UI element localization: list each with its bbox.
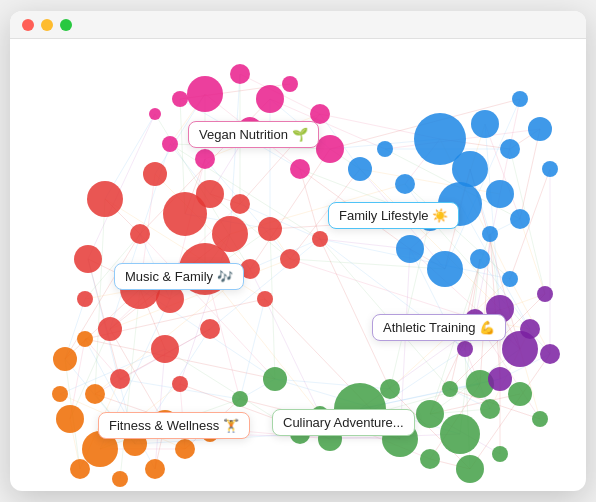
svg-point-232 (316, 135, 344, 163)
svg-point-235 (471, 110, 499, 138)
svg-point-200 (87, 181, 123, 217)
svg-point-249 (395, 174, 415, 194)
svg-point-206 (240, 259, 260, 279)
svg-point-268 (420, 449, 440, 469)
svg-point-230 (162, 136, 178, 152)
svg-point-240 (418, 207, 442, 231)
svg-line-92 (205, 114, 320, 159)
svg-point-217 (230, 194, 250, 214)
svg-point-219 (110, 369, 130, 389)
svg-point-277 (202, 426, 218, 442)
svg-point-224 (256, 85, 284, 113)
svg-point-251 (528, 117, 552, 141)
svg-point-270 (492, 446, 508, 462)
svg-point-254 (382, 421, 418, 457)
svg-line-130 (520, 219, 545, 294)
svg-point-261 (532, 411, 548, 427)
svg-point-256 (440, 414, 480, 454)
svg-point-284 (486, 295, 514, 323)
svg-point-204 (196, 180, 224, 208)
svg-point-222 (187, 76, 223, 112)
svg-line-31 (205, 269, 320, 414)
svg-point-220 (172, 376, 188, 392)
svg-point-287 (488, 367, 512, 391)
svg-point-260 (508, 382, 532, 406)
svg-point-241 (482, 226, 498, 242)
svg-point-253 (334, 383, 386, 435)
svg-point-275 (151, 410, 179, 438)
svg-point-259 (442, 381, 458, 397)
svg-point-274 (123, 432, 147, 456)
svg-point-207 (179, 243, 231, 295)
svg-point-262 (380, 379, 400, 399)
svg-point-243 (396, 235, 424, 263)
svg-point-238 (486, 180, 514, 208)
svg-point-242 (510, 209, 530, 229)
svg-point-282 (53, 347, 77, 371)
svg-point-228 (172, 91, 188, 107)
svg-point-280 (70, 459, 90, 479)
svg-point-247 (348, 157, 372, 181)
svg-point-269 (456, 455, 484, 483)
svg-point-263 (318, 427, 342, 451)
svg-point-226 (310, 104, 330, 124)
svg-line-158 (430, 319, 475, 414)
svg-point-273 (82, 431, 118, 467)
svg-point-218 (74, 245, 102, 273)
svg-line-55 (265, 299, 320, 414)
network-canvas: Vegan Nutrition 🌱Family Lifestyle ☀️Musi… (10, 39, 586, 491)
svg-point-271 (85, 384, 105, 404)
svg-point-225 (282, 76, 298, 92)
svg-point-257 (480, 399, 500, 419)
svg-point-210 (98, 317, 122, 341)
svg-point-281 (52, 386, 68, 402)
svg-point-212 (200, 319, 220, 339)
svg-point-229 (149, 108, 161, 120)
svg-point-221 (77, 291, 93, 307)
svg-point-213 (257, 291, 273, 307)
svg-point-286 (502, 331, 538, 367)
svg-point-283 (77, 331, 93, 347)
svg-point-279 (112, 471, 128, 487)
svg-point-203 (130, 224, 150, 244)
svg-point-215 (258, 217, 282, 241)
svg-line-107 (485, 124, 500, 309)
svg-point-237 (452, 151, 488, 187)
svg-point-246 (502, 271, 518, 287)
svg-point-250 (512, 91, 528, 107)
svg-point-290 (537, 286, 553, 302)
svg-line-132 (400, 249, 410, 439)
svg-point-278 (145, 459, 165, 479)
svg-point-264 (312, 406, 328, 422)
svg-point-231 (195, 149, 215, 169)
svg-line-96 (170, 144, 330, 149)
svg-point-255 (416, 400, 444, 428)
svg-point-288 (457, 341, 473, 357)
svg-point-252 (542, 161, 558, 177)
svg-point-223 (230, 64, 250, 84)
svg-point-244 (427, 251, 463, 287)
network-svg (10, 39, 586, 491)
svg-point-201 (143, 162, 167, 186)
svg-point-267 (232, 391, 248, 407)
svg-point-291 (540, 344, 560, 364)
svg-line-56 (240, 299, 265, 399)
svg-point-236 (500, 139, 520, 159)
svg-point-214 (280, 249, 300, 269)
svg-point-227 (238, 117, 262, 141)
svg-point-276 (175, 439, 195, 459)
svg-point-248 (377, 141, 393, 157)
svg-point-289 (465, 309, 485, 329)
titlebar (10, 11, 586, 39)
svg-point-211 (151, 335, 179, 363)
svg-point-233 (290, 159, 310, 179)
svg-point-265 (290, 424, 310, 444)
maximize-button[interactable] (60, 19, 72, 31)
svg-point-239 (438, 182, 482, 226)
minimize-button[interactable] (41, 19, 53, 31)
close-button[interactable] (22, 19, 34, 31)
svg-point-208 (156, 285, 184, 313)
svg-point-209 (120, 269, 160, 309)
svg-point-245 (470, 249, 490, 269)
main-window: Vegan Nutrition 🌱Family Lifestyle ☀️Musi… (10, 11, 586, 491)
